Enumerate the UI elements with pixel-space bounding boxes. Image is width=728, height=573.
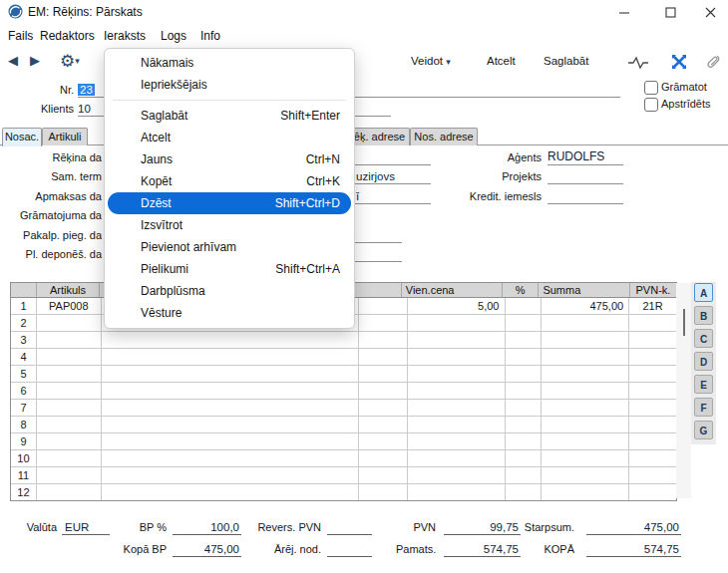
table-cell[interactable]: 21R	[629, 298, 676, 314]
tab-nos-adrese[interactable]: Nos. adrese	[410, 128, 478, 145]
col-header-viencena[interactable]: Vien.cena	[402, 283, 503, 297]
table-cell[interactable]	[408, 484, 506, 500]
table-cell[interactable]	[506, 298, 543, 314]
menu-item[interactable]: KopētCtrl+K	[108, 170, 351, 192]
scrollbar-thumb[interactable]	[683, 309, 685, 336]
kopa-bp-field[interactable]: 475,00	[173, 543, 241, 557]
table-row[interactable]: 8	[11, 417, 676, 433]
projekts-field[interactable]	[547, 170, 623, 184]
activity-pulse-icon[interactable]	[628, 55, 649, 72]
gramatot-checkbox[interactable]	[644, 81, 658, 95]
col-header-summa[interactable]: Summa	[539, 283, 629, 297]
table-row[interactable]: 6	[11, 383, 676, 400]
col-header-hidden2[interactable]	[354, 283, 402, 297]
table-cell[interactable]	[408, 366, 506, 382]
table-row[interactable]: 3	[11, 332, 676, 349]
table-cell[interactable]	[629, 383, 676, 399]
menu-item[interactable]: Vēsture	[108, 302, 351, 324]
table-cell[interactable]	[542, 450, 629, 466]
pvn-field[interactable]: 99,75	[444, 521, 521, 535]
table-cell[interactable]	[506, 400, 543, 416]
table-cell[interactable]	[629, 484, 676, 500]
table-cell[interactable]	[37, 400, 102, 416]
menu-item[interactable]: Izsvītrot	[108, 214, 351, 236]
table-cell[interactable]	[102, 417, 359, 432]
menu-item[interactable]: Pievienot arhīvam	[108, 236, 351, 258]
table-cell[interactable]	[359, 349, 408, 365]
table-cell[interactable]	[37, 484, 102, 500]
table-cell[interactable]	[629, 332, 676, 348]
table-cell[interactable]	[408, 349, 506, 365]
table-cell[interactable]: PAP008	[37, 298, 102, 314]
tab-artikuli[interactable]: Artikuli	[42, 128, 88, 145]
letter-tab-d[interactable]: D	[694, 352, 713, 371]
table-cell[interactable]	[506, 467, 543, 483]
table-cell[interactable]	[506, 383, 543, 399]
col-header-percent[interactable]: %	[503, 283, 539, 297]
table-cell[interactable]	[102, 450, 359, 466]
kredit-iemesls-field[interactable]	[547, 190, 623, 204]
table-cell[interactable]: 5,00	[408, 298, 506, 314]
menu-item[interactable]: Atcelt	[108, 127, 351, 148]
letter-tab-c[interactable]: C	[694, 329, 713, 348]
table-cell[interactable]	[542, 383, 629, 399]
menu-item[interactable]: JaunsCtrl+N	[108, 148, 351, 170]
table-cell[interactable]	[506, 484, 543, 500]
table-cell[interactable]	[359, 332, 408, 348]
table-cell[interactable]	[408, 383, 506, 399]
table-cell[interactable]	[359, 450, 408, 466]
letter-tab-g[interactable]: G	[694, 421, 713, 439]
table-cell[interactable]	[408, 315, 506, 331]
veidot-button[interactable]: Veidot ▾	[411, 55, 451, 67]
table-row[interactable]: 4	[11, 349, 676, 366]
cancel-button[interactable]: Atcelt	[487, 55, 516, 67]
expand-arrows-icon[interactable]	[671, 54, 687, 72]
close-button[interactable]	[690, 0, 728, 24]
minimize-button[interactable]	[604, 0, 644, 24]
table-cell[interactable]	[359, 417, 408, 432]
bp-percent-field[interactable]: 100,0	[173, 521, 241, 535]
letter-tab-b[interactable]: B	[694, 306, 713, 325]
table-row[interactable]: 7	[11, 400, 676, 417]
kopa-field[interactable]: 574,75	[586, 543, 681, 557]
table-scrollbar[interactable]	[676, 283, 691, 498]
table-cell[interactable]	[506, 366, 543, 382]
table-cell[interactable]	[37, 383, 102, 399]
table-cell[interactable]	[542, 332, 629, 348]
menu-item[interactable]: DzēstShift+Ctrl+D	[108, 192, 351, 214]
paperclip-icon[interactable]	[706, 53, 722, 72]
table-cell[interactable]	[359, 467, 408, 483]
table-cell[interactable]	[629, 450, 676, 466]
letter-tab-f[interactable]: F	[694, 398, 713, 417]
menu-item[interactable]: Iepriekšējais	[108, 74, 351, 96]
table-cell[interactable]	[408, 332, 506, 348]
table-cell[interactable]	[359, 366, 408, 382]
table-cell[interactable]	[542, 366, 629, 382]
table-cell[interactable]	[506, 417, 543, 432]
pamats-field[interactable]: 574,75	[444, 543, 521, 557]
letter-tab-e[interactable]: E	[694, 375, 713, 394]
back-arrow-icon[interactable]: ◀	[8, 53, 18, 68]
menubar-item-logs[interactable]: Logs	[157, 27, 190, 45]
table-cell[interactable]	[37, 349, 102, 365]
table-cell[interactable]	[506, 332, 543, 348]
table-cell[interactable]	[408, 433, 506, 449]
menubar-item-info[interactable]: Info	[196, 27, 224, 45]
table-cell[interactable]	[359, 383, 408, 399]
menu-item[interactable]: SaglabātShift+Enter	[108, 105, 351, 127]
col-header-artikuls[interactable]: Artikuls	[37, 283, 101, 297]
table-cell[interactable]	[629, 467, 676, 483]
table-cell[interactable]	[359, 400, 408, 416]
table-cell[interactable]	[629, 349, 676, 365]
table-cell[interactable]	[37, 332, 102, 348]
table-cell[interactable]	[506, 433, 543, 449]
table-cell[interactable]	[408, 417, 506, 432]
arej-nod-field[interactable]	[327, 543, 372, 557]
table-cell[interactable]	[542, 467, 629, 483]
table-cell[interactable]	[102, 433, 359, 449]
save-button[interactable]: Saglabāt	[544, 55, 588, 67]
table-cell[interactable]	[359, 298, 408, 314]
table-cell[interactable]	[408, 467, 506, 483]
starpsum-field[interactable]: 475,00	[586, 521, 681, 535]
table-cell[interactable]	[359, 484, 408, 500]
